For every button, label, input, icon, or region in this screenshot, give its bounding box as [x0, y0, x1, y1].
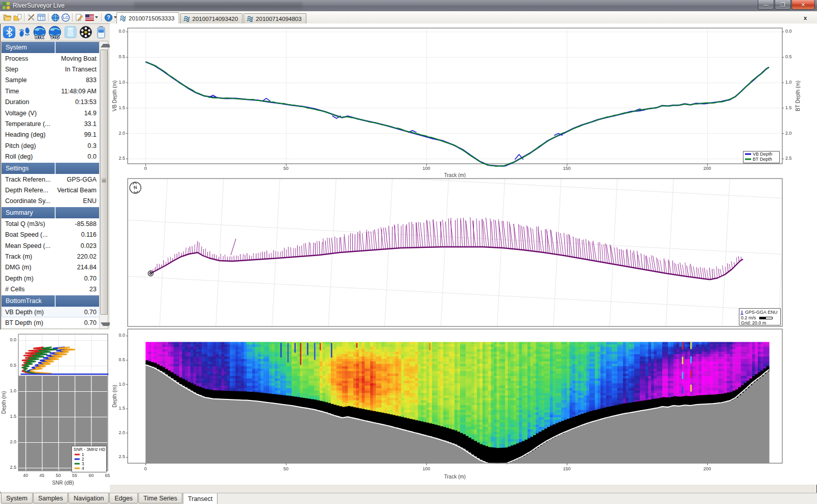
- section-header-label: System: [2, 42, 56, 53]
- tab-navigation[interactable]: Navigation: [68, 493, 109, 503]
- property-label: Total Q (m3/s): [5, 220, 45, 228]
- property-row[interactable]: BT Depth (m)0.70: [2, 317, 100, 328]
- titlebar-ghost-artifact: [134, 2, 302, 9]
- tab-transect[interactable]: Transect: [183, 493, 218, 504]
- close-button[interactable]: ✕: [791, 0, 815, 10]
- document-tab-label: 20100715053333: [129, 15, 175, 21]
- property-label: Heading (deg): [5, 131, 45, 138]
- transect-file-icon: [183, 15, 190, 22]
- document-tab-20100715053333[interactable]: 20100715053333: [116, 12, 179, 23]
- property-row[interactable]: Time11:48:09 AM: [2, 86, 100, 96]
- property-row[interactable]: Mean Speed (...0.023: [2, 240, 100, 251]
- property-value: 0:13:53: [75, 98, 97, 106]
- flag-caret-icon[interactable]: [95, 16, 98, 18]
- property-label: DMG (m): [5, 264, 31, 271]
- bluetooth-icon[interactable]: [2, 26, 16, 39]
- rtk-label: RTK: [35, 35, 44, 40]
- property-label: Depth Refere...: [5, 187, 49, 194]
- tab-system[interactable]: System: [1, 493, 33, 503]
- property-value: 214.84: [77, 264, 97, 271]
- property-label: Step: [5, 66, 18, 73]
- property-value: 14.9: [84, 110, 97, 117]
- battery-icon[interactable]: [94, 26, 108, 39]
- property-label: # Cells: [5, 286, 25, 293]
- help-icon[interactable]: ?: [103, 12, 113, 22]
- tab-samples[interactable]: Samples: [33, 493, 68, 503]
- property-label: VB Depth (m): [5, 309, 44, 316]
- svg-text:LC: LC: [63, 15, 68, 20]
- property-value: 99.1: [84, 131, 97, 138]
- property-scrollbar[interactable]: [99, 41, 108, 329]
- property-row[interactable]: Track (m)220.02: [2, 251, 100, 262]
- close-tab-icon[interactable]: x: [802, 14, 809, 21]
- edit-note-icon[interactable]: [74, 12, 84, 22]
- property-row[interactable]: Total Q (m3/s)-85.588: [2, 218, 100, 229]
- section-header-Settings[interactable]: Settings: [2, 163, 100, 174]
- property-row[interactable]: Coordinate Sy...ENU: [2, 196, 100, 207]
- document-tab-label: 20100714093420: [193, 16, 238, 22]
- property-label: Track Referen...: [5, 176, 51, 183]
- property-label: Voltage (V): [5, 110, 37, 117]
- open-folder-icon[interactable]: [2, 12, 12, 22]
- property-row[interactable]: Roll (deg)0.0: [2, 152, 100, 162]
- globe-icon[interactable]: [50, 12, 60, 22]
- property-row[interactable]: Pitch (deg)0.3: [2, 140, 100, 151]
- property-value: 833: [86, 77, 97, 84]
- property-value: 11:48:09 AM: [61, 88, 97, 95]
- tank-icon[interactable]: [63, 26, 77, 39]
- property-value: 0.70: [84, 309, 97, 316]
- tools-icon[interactable]: [26, 12, 36, 22]
- property-row[interactable]: ProcessMoving Boat: [2, 53, 100, 64]
- property-row[interactable]: Boat Speed (...0.116: [2, 229, 100, 240]
- property-row[interactable]: Depth Refere...Vertical Beam: [2, 185, 100, 195]
- document-tab-20100714094803[interactable]: 20100714094803: [244, 13, 306, 23]
- property-row[interactable]: DMG (m)214.84: [2, 262, 100, 273]
- bottom-tabs: SystemSamplesNavigationEdgesTime SeriesT…: [0, 493, 817, 504]
- property-row[interactable]: Sample833: [2, 75, 100, 86]
- section-header-BottomTrack[interactable]: BottomTrack: [2, 295, 100, 307]
- tab-edges[interactable]: Edges: [109, 493, 137, 503]
- svg-text:?: ?: [107, 15, 110, 20]
- depth-profile-chart[interactable]: [110, 23, 817, 178]
- property-row[interactable]: Duration0:13:53: [2, 97, 100, 108]
- property-row[interactable]: Depth (m)0.70: [2, 273, 100, 284]
- data-table-icon[interactable]: [36, 12, 46, 22]
- toolbar-icons: LC ?: [2, 12, 118, 22]
- language-flag-icon[interactable]: [84, 12, 94, 22]
- property-label: Mean Speed (...: [5, 242, 51, 249]
- vtg-globe-icon[interactable]: VTG: [48, 26, 62, 39]
- property-label: Temperature (...: [5, 120, 50, 128]
- property-row[interactable]: StepIn Transect: [2, 64, 100, 74]
- section-header-Summary[interactable]: Summary: [2, 207, 100, 218]
- lc-badge-icon[interactable]: LC: [60, 12, 70, 22]
- section-header-label: Summary: [2, 207, 56, 218]
- restore-button[interactable]: ❐: [775, 0, 791, 10]
- property-label: Time: [5, 88, 19, 95]
- scrollbar-thumb[interactable]: [100, 49, 108, 315]
- track-vector-chart[interactable]: [110, 178, 817, 329]
- footprints-icon[interactable]: [17, 26, 31, 39]
- minimize-button[interactable]: —: [758, 0, 774, 10]
- property-row[interactable]: Temperature (...33.1: [2, 118, 100, 129]
- velocity-contour-chart[interactable]: [110, 327, 817, 485]
- device-toolbar: RTK VTG: [2, 24, 123, 40]
- tab-time-series[interactable]: Time Series: [138, 493, 182, 503]
- property-value: Vertical Beam: [57, 187, 97, 194]
- property-label: Duration: [5, 98, 29, 106]
- property-value: 0.70: [84, 275, 97, 282]
- property-row[interactable]: Voltage (V)14.9: [2, 108, 100, 118]
- vtg-label: VTG: [51, 35, 59, 40]
- property-row[interactable]: Track Referen...GPS-GGA: [2, 174, 100, 185]
- rtk-globe-icon[interactable]: RTK: [33, 26, 46, 39]
- property-value: -85.588: [75, 220, 97, 228]
- snr-profile-chart[interactable]: [0, 330, 110, 492]
- section-header-System[interactable]: System: [2, 42, 100, 53]
- new-folder-icon[interactable]: [12, 12, 22, 22]
- property-row[interactable]: VB Depth (m)0.70: [2, 307, 100, 317]
- film-reel-icon[interactable]: [79, 26, 92, 39]
- property-row[interactable]: Heading (deg)99.1: [2, 130, 100, 140]
- property-row[interactable]: # Cells23: [2, 284, 100, 294]
- titlebar[interactable]: RiverSurveyor Live — ❐ ✕: [0, 0, 817, 11]
- document-tab-20100714093420[interactable]: 20100714093420: [180, 13, 243, 23]
- property-value: GPS-GGA: [67, 176, 97, 183]
